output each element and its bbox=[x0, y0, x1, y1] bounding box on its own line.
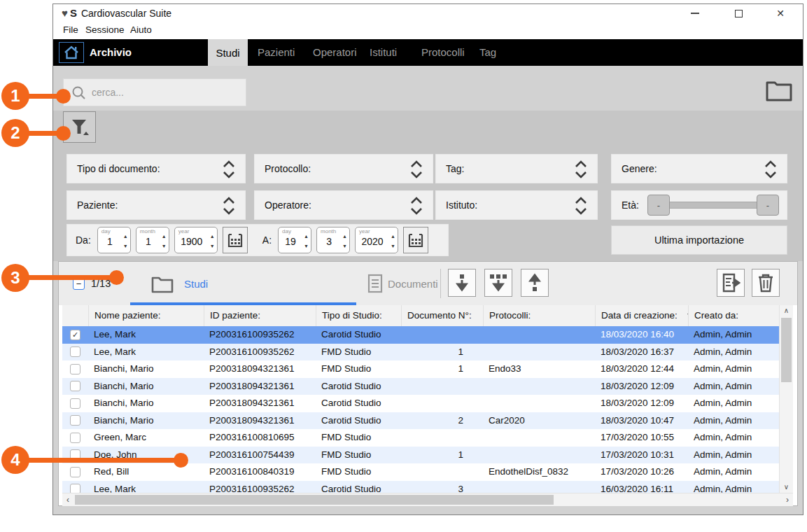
folder-icon bbox=[765, 78, 793, 102]
row-checkbox[interactable] bbox=[70, 467, 80, 477]
row-checkbox[interactable] bbox=[70, 330, 80, 340]
tab-operatori[interactable]: Operatori bbox=[313, 46, 357, 58]
table-row[interactable]: Lee, Mark P200316100935262 Carotid Studi… bbox=[62, 326, 779, 344]
table-row[interactable]: Bianchi, Mario P200318094321361 Carotid … bbox=[62, 395, 779, 412]
row-checkbox[interactable] bbox=[70, 364, 80, 374]
row-checkbox[interactable] bbox=[70, 398, 80, 409]
import-selected-button[interactable] bbox=[448, 269, 476, 297]
stepper-down-icon[interactable]: ▼ bbox=[210, 244, 215, 248]
header-id-paziente[interactable]: ID paziente: bbox=[204, 305, 316, 326]
filter-tag[interactable]: Tag: bbox=[435, 154, 598, 183]
row-checkbox[interactable] bbox=[70, 433, 80, 443]
tab-protocolli[interactable]: Protocolli bbox=[421, 46, 465, 58]
row-checkbox[interactable] bbox=[70, 346, 80, 357]
maximize-button[interactable] bbox=[727, 4, 750, 22]
menu-aiuto[interactable]: Aiuto bbox=[130, 24, 152, 35]
stepper-up-icon[interactable]: ▲ bbox=[162, 234, 167, 239]
date-from-month-stepper[interactable]: month 1 ▲▼ bbox=[136, 227, 169, 253]
tab-pazienti[interactable]: Pazienti bbox=[258, 46, 295, 58]
cell-tipo: FMD Studio bbox=[316, 344, 401, 361]
stepper-up-icon[interactable]: ▲ bbox=[391, 234, 395, 239]
header-creato-da[interactable]: Creato da: bbox=[688, 305, 779, 326]
filter-operatore[interactable]: Operatore: bbox=[254, 190, 433, 220]
stepper-down-icon[interactable]: ▼ bbox=[162, 244, 167, 248]
filter-protocollo[interactable]: Protocollo: bbox=[254, 154, 433, 183]
header-protocolli[interactable]: Protocolli: bbox=[483, 305, 595, 326]
close-button[interactable]: ✕ bbox=[769, 4, 792, 22]
vertical-scrollbar[interactable]: ∧ ∨ bbox=[779, 305, 793, 493]
stepper-up-icon[interactable]: ▲ bbox=[123, 234, 128, 239]
date-from-calendar-button[interactable] bbox=[223, 227, 248, 253]
filter-genere[interactable]: Genere: bbox=[611, 154, 787, 183]
date-to-month-stepper[interactable]: month 3 ▲▼ bbox=[316, 227, 350, 253]
stepper-down-icon[interactable]: ▼ bbox=[342, 244, 347, 248]
cell-documento bbox=[401, 463, 483, 481]
table-row[interactable]: Red, Bill P200316100840319 FMD Studio En… bbox=[62, 463, 779, 481]
header-tipo-studio[interactable]: Tipo di Studio: bbox=[316, 305, 401, 326]
archive-folder-button[interactable] bbox=[764, 76, 794, 105]
date-from-year-stepper[interactable]: year 1900 ▲▼ bbox=[174, 227, 218, 253]
home-button[interactable] bbox=[59, 42, 84, 63]
stepper-up-icon[interactable]: ▲ bbox=[210, 234, 215, 239]
unit-label: day bbox=[101, 228, 111, 234]
results-tab-documenti[interactable]: Documenti bbox=[356, 262, 439, 305]
horizontal-scroll-thumb[interactable] bbox=[75, 495, 554, 505]
stepper-value: 3 bbox=[317, 236, 341, 247]
app-window: ♥S Cardiovascular Suite ✕ File Sessione … bbox=[52, 4, 804, 515]
last-import-button[interactable]: Ultima importazione bbox=[611, 225, 787, 255]
scroll-right-icon[interactable]: › bbox=[782, 493, 793, 506]
table-row[interactable]: Lee, Mark P200316100935262 Carotid Studi… bbox=[62, 481, 779, 493]
row-checkbox[interactable] bbox=[70, 415, 80, 426]
table-row[interactable]: Bianchi, Mario P200318094321361 Carotid … bbox=[62, 412, 779, 430]
age-min-handle[interactable]: - bbox=[647, 195, 670, 216]
menu-file[interactable]: File bbox=[63, 24, 78, 35]
table-row[interactable]: Bianchi, Mario P200318094321361 Carotid … bbox=[62, 378, 779, 396]
stepper-up-icon[interactable]: ▲ bbox=[304, 234, 309, 239]
cell-protocolli bbox=[483, 429, 595, 447]
filter-tipo-documento[interactable]: Tipo di documento: bbox=[66, 154, 246, 183]
menu-sessione[interactable]: Sessione bbox=[85, 24, 125, 35]
header-documento-n[interactable]: Documento N°: bbox=[401, 305, 483, 326]
results-tab-studi[interactable]: Studi bbox=[130, 262, 356, 305]
filter-istituto[interactable]: Istituto: bbox=[435, 190, 598, 220]
date-range-group: Da: day 1 ▲▼ month 1 ▲▼ year 1900 ▲▼ A: … bbox=[66, 224, 449, 256]
row-checkbox[interactable] bbox=[70, 381, 80, 391]
scroll-down-icon[interactable]: ∨ bbox=[780, 482, 793, 493]
stepper-down-icon[interactable]: ▼ bbox=[391, 244, 395, 248]
scroll-up-icon[interactable]: ∧ bbox=[780, 305, 793, 316]
header-nome-paziente[interactable]: Nome paziente: bbox=[88, 305, 204, 326]
date-from-day-stepper[interactable]: day 1 ▲▼ bbox=[97, 227, 131, 253]
date-to-day-stepper[interactable]: day 19 ▲▼ bbox=[278, 227, 311, 253]
stepper-up-icon[interactable]: ▲ bbox=[342, 234, 347, 239]
unit-label: year bbox=[359, 228, 370, 234]
minimize-button[interactable] bbox=[683, 4, 707, 22]
row-checkbox[interactable] bbox=[70, 484, 80, 493]
scroll-left-icon[interactable]: ‹ bbox=[62, 493, 73, 506]
table-row[interactable]: Lee, Mark P200316100935262 FMD Studio 1 … bbox=[62, 344, 779, 361]
header-data-creazione[interactable]: Data di creazione: bbox=[595, 305, 688, 326]
search-input[interactable] bbox=[92, 79, 239, 106]
tab-studi[interactable]: Studi bbox=[208, 39, 248, 66]
cell-id: P200316100840319 bbox=[204, 463, 316, 481]
date-to-year-stepper[interactable]: year 2020 ▲▼ bbox=[355, 227, 398, 253]
export-selected-button[interactable] bbox=[521, 269, 549, 297]
stepper-down-icon[interactable]: ▼ bbox=[123, 244, 128, 248]
date-to-calendar-button[interactable] bbox=[403, 227, 428, 253]
delete-button[interactable] bbox=[752, 269, 780, 297]
callout-number: 3 bbox=[1, 264, 29, 292]
cell-protocolli bbox=[483, 481, 595, 493]
tab-tag[interactable]: Tag bbox=[479, 46, 496, 58]
table-row[interactable]: Green, Marc P200316100810695 FMD Studio … bbox=[62, 429, 779, 447]
table-row[interactable]: Bianchi, Mario P200318094321361 FMD Stud… bbox=[62, 360, 779, 378]
horizontal-scrollbar[interactable]: ‹ › bbox=[62, 493, 793, 506]
cell-data: 17/03/2020 10:31 bbox=[595, 447, 688, 464]
cell-tipo: FMD Studio bbox=[316, 447, 401, 464]
row-checkbox-cell bbox=[62, 378, 88, 396]
export-report-button[interactable] bbox=[717, 269, 745, 297]
stepper-down-icon[interactable]: ▼ bbox=[304, 244, 309, 248]
tab-istituti[interactable]: Istituti bbox=[370, 46, 397, 58]
vertical-scroll-thumb[interactable] bbox=[781, 318, 792, 382]
import-all-button[interactable] bbox=[484, 269, 512, 297]
filter-paziente[interactable]: Paziente: bbox=[66, 190, 246, 220]
age-max-handle[interactable]: - bbox=[757, 195, 779, 216]
